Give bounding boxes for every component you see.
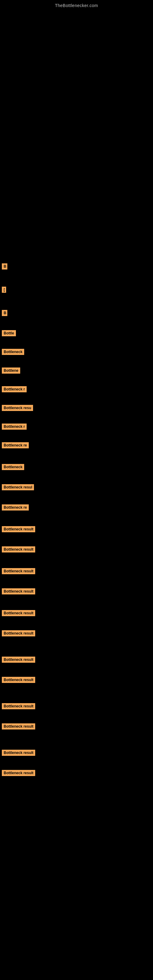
spacer-25	[1, 758, 153, 767]
bottleneck-label-17: Bottleneck result	[2, 588, 35, 595]
spacer-17	[1, 577, 153, 586]
bottleneck-label-20: Bottleneck result	[2, 657, 35, 663]
bottleneck-row: Bottleneck result	[1, 721, 153, 732]
spacer-16	[1, 555, 153, 566]
bottleneck-row: Bottlene	[1, 365, 153, 376]
bottleneck-label-21: Bottleneck result	[2, 677, 35, 683]
bottleneck-label-6: Bottlene	[2, 368, 20, 374]
bottleneck-row: Bottleneck result	[1, 675, 153, 686]
bottleneck-row: Bottleneck result	[1, 524, 153, 535]
spacer-19	[1, 619, 153, 628]
bottleneck-label-19: Bottleneck result	[2, 630, 35, 636]
bottleneck-label-25: Bottleneck result	[2, 770, 35, 776]
bottleneck-label-7: Bottleneck r	[2, 386, 27, 392]
spacer-10	[1, 432, 153, 440]
spacer-6	[1, 357, 153, 365]
bottleneck-row: [	[1, 284, 153, 295]
spacer-3	[1, 295, 153, 307]
spacer-11	[1, 451, 153, 461]
spacer-9	[1, 414, 153, 421]
bottleneck-label-3: B	[2, 310, 7, 316]
bottleneck-label-11: Bottleneck	[2, 464, 24, 470]
bottleneck-row: Bottleneck result	[1, 701, 153, 712]
bottleneck-row: Bottleneck result	[1, 566, 153, 577]
bottleneck-label-13: Bottleneck re	[2, 504, 29, 511]
bottleneck-row: Bottleneck r	[1, 421, 153, 432]
top-black-area	[0, 10, 153, 261]
spacer-4	[1, 318, 153, 328]
bottleneck-row: Bottleneck result	[1, 586, 153, 597]
spacer-12	[1, 473, 153, 482]
bottleneck-row: B	[1, 261, 153, 272]
spacer-7	[1, 376, 153, 384]
bottleneck-label-16: Bottleneck result	[2, 568, 35, 574]
spacer-15	[1, 535, 153, 544]
bottleneck-label-8: Bottleneck resu	[2, 405, 33, 411]
spacer-20	[1, 639, 153, 654]
spacer-5	[1, 339, 153, 346]
spacer-18	[1, 597, 153, 608]
bottleneck-row: Bottleneck resu	[1, 402, 153, 414]
bottleneck-row: Bottleneck re	[1, 440, 153, 451]
bottleneck-label-23: Bottleneck result	[2, 723, 35, 730]
bottleneck-label-14: Bottleneck result	[2, 526, 35, 532]
bottleneck-label-1: B	[2, 263, 7, 269]
bottleneck-label-18: Bottleneck result	[2, 610, 35, 616]
bottleneck-row: B	[1, 307, 153, 318]
spacer-21	[1, 665, 153, 675]
bottleneck-label-2: [	[2, 286, 6, 293]
spacer-2	[1, 272, 153, 284]
bottleneck-row: Bottleneck resul	[1, 482, 153, 493]
bottleneck-row: Bottleneck	[1, 461, 153, 473]
spacer-13	[1, 493, 153, 502]
bottleneck-row: Bottleneck result	[1, 628, 153, 639]
labels-section: B[BBottleBottleneckBottleneBottleneck rB…	[0, 261, 153, 778]
spacer-22	[1, 686, 153, 701]
spacer-23	[1, 712, 153, 721]
bottleneck-label-5: Bottleneck	[2, 349, 24, 355]
bottleneck-label-22: Bottleneck result	[2, 703, 35, 709]
bottleneck-row: Bottleneck result	[1, 767, 153, 778]
bottleneck-label-4: Bottle	[2, 330, 16, 336]
bottleneck-row: Bottleneck re	[1, 502, 153, 513]
bottleneck-label-24: Bottleneck result	[2, 750, 35, 756]
bottleneck-row: Bottleneck result	[1, 544, 153, 555]
bottleneck-row: Bottleneck result	[1, 608, 153, 619]
spacer-8	[1, 395, 153, 402]
bottleneck-label-9: Bottleneck r	[2, 423, 27, 430]
bottleneck-row: Bottle	[1, 328, 153, 339]
bottleneck-row: Bottleneck r	[1, 384, 153, 395]
bottleneck-row: Bottleneck	[1, 346, 153, 357]
bottleneck-label-12: Bottleneck resul	[2, 484, 34, 490]
bottleneck-row: Bottleneck result	[1, 654, 153, 665]
site-title: TheBottlenecker.com	[0, 0, 153, 10]
bottleneck-row: Bottleneck result	[1, 747, 153, 758]
spacer-14	[1, 513, 153, 524]
bottleneck-label-15: Bottleneck result	[2, 546, 35, 552]
bottleneck-label-10: Bottleneck re	[2, 442, 29, 449]
spacer-24	[1, 732, 153, 747]
